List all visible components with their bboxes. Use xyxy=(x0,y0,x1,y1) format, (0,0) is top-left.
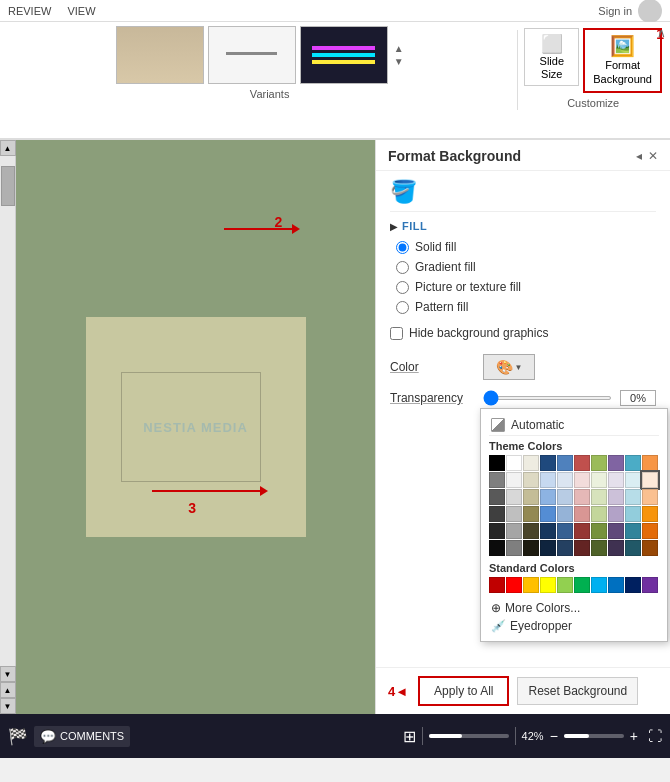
scroll-down-btn-left[interactable]: ▼ xyxy=(0,666,16,682)
theme-color-swatch[interactable] xyxy=(574,506,590,522)
taskbar-comments-button[interactable]: 💬 COMMENTS xyxy=(34,726,130,747)
theme-color-swatch[interactable] xyxy=(540,455,556,471)
standard-color-swatch[interactable] xyxy=(506,577,522,593)
panel-close-button[interactable]: ✕ xyxy=(648,149,658,163)
theme-color-swatch[interactable] xyxy=(642,523,658,539)
format-background-button[interactable]: 🖼️ Format Background 1 xyxy=(583,28,662,93)
theme-color-swatch[interactable] xyxy=(625,540,641,556)
automatic-color-row[interactable]: Automatic xyxy=(489,415,659,436)
more-colors-row[interactable]: ⊕ More Colors... xyxy=(489,599,659,617)
standard-color-swatch[interactable] xyxy=(574,577,590,593)
theme-color-swatch[interactable] xyxy=(540,506,556,522)
theme-color-swatch[interactable] xyxy=(540,472,556,488)
fit-screen-button[interactable]: ⛶ xyxy=(648,728,662,744)
theme-color-swatch[interactable] xyxy=(540,523,556,539)
theme-color-swatch[interactable] xyxy=(523,489,539,505)
standard-color-swatch[interactable] xyxy=(608,577,624,593)
theme-color-swatch[interactable] xyxy=(506,455,522,471)
review-tab[interactable]: REVIEW xyxy=(8,5,51,17)
zoom-in-button[interactable]: + xyxy=(630,728,638,744)
zoom-slider[interactable] xyxy=(564,734,624,738)
theme-color-swatch[interactable] xyxy=(489,472,505,488)
theme-color-swatch[interactable] xyxy=(608,455,624,471)
zoom-out-button[interactable]: − xyxy=(550,728,558,744)
theme-color-swatch[interactable] xyxy=(506,523,522,539)
theme-color-swatch[interactable] xyxy=(642,489,658,505)
standard-color-swatch[interactable] xyxy=(557,577,573,593)
eyedropper-row[interactable]: 💉 Eyedropper xyxy=(489,617,659,635)
standard-color-swatch[interactable] xyxy=(489,577,505,593)
theme-color-swatch[interactable] xyxy=(608,472,624,488)
theme-color-swatch[interactable] xyxy=(506,540,522,556)
theme-color-swatch[interactable] xyxy=(608,506,624,522)
theme-color-swatch[interactable] xyxy=(540,540,556,556)
theme-color-swatch[interactable] xyxy=(557,472,573,488)
apply-to-all-button[interactable]: Apply to All xyxy=(418,676,509,706)
theme-color-swatch[interactable] xyxy=(489,455,505,471)
theme-color-swatch[interactable] xyxy=(557,523,573,539)
theme-color-swatch[interactable] xyxy=(642,506,658,522)
theme-color-swatch[interactable] xyxy=(642,540,658,556)
theme-color-swatch[interactable] xyxy=(523,540,539,556)
theme-color-swatch[interactable] xyxy=(642,455,658,471)
thumb-2[interactable] xyxy=(208,26,296,84)
thumb-3[interactable] xyxy=(300,26,388,84)
theme-color-swatch[interactable] xyxy=(540,489,556,505)
theme-color-swatch[interactable] xyxy=(557,455,573,471)
theme-color-swatch[interactable] xyxy=(574,472,590,488)
scroll-down-btn2[interactable]: ▼ xyxy=(0,698,16,714)
theme-color-swatch[interactable] xyxy=(625,472,641,488)
slide-size-button[interactable]: ⬜ Slide Size xyxy=(524,28,579,86)
theme-color-swatch[interactable] xyxy=(523,523,539,539)
color-picker-button[interactable]: 🎨 ▼ xyxy=(483,354,535,380)
theme-color-swatch[interactable] xyxy=(557,506,573,522)
theme-color-swatch[interactable] xyxy=(591,540,607,556)
theme-color-swatch[interactable] xyxy=(591,455,607,471)
theme-color-swatch[interactable] xyxy=(506,489,522,505)
theme-color-swatch[interactable] xyxy=(489,506,505,522)
collapse-ribbon-button[interactable]: ∧ xyxy=(657,26,666,40)
taskbar-layout-icon[interactable]: ⊞ xyxy=(403,727,416,746)
picture-texture-fill-option[interactable]: Picture or texture fill xyxy=(396,280,656,294)
theme-color-swatch[interactable] xyxy=(642,472,658,488)
theme-color-swatch[interactable] xyxy=(625,455,641,471)
theme-color-swatch[interactable] xyxy=(608,523,624,539)
theme-color-swatch[interactable] xyxy=(574,523,590,539)
pattern-fill-option[interactable]: Pattern fill xyxy=(396,300,656,314)
theme-color-swatch[interactable] xyxy=(523,506,539,522)
theme-color-swatch[interactable] xyxy=(591,506,607,522)
theme-color-swatch[interactable] xyxy=(591,523,607,539)
thumb-1[interactable] xyxy=(116,26,204,84)
standard-color-swatch[interactable] xyxy=(540,577,556,593)
scroll-up-btn2[interactable]: ▲ xyxy=(0,682,16,698)
theme-color-swatch[interactable] xyxy=(506,472,522,488)
theme-color-swatch[interactable] xyxy=(591,489,607,505)
theme-color-swatch[interactable] xyxy=(591,472,607,488)
standard-color-swatch[interactable] xyxy=(591,577,607,593)
theme-color-swatch[interactable] xyxy=(557,489,573,505)
theme-color-swatch[interactable] xyxy=(608,540,624,556)
scroll-down-arrow[interactable]: ▲ ▼ xyxy=(394,43,404,67)
standard-color-swatch[interactable] xyxy=(523,577,539,593)
theme-color-swatch[interactable] xyxy=(523,472,539,488)
scroll-up-btn[interactable]: ▲ xyxy=(0,140,16,156)
theme-color-swatch[interactable] xyxy=(506,506,522,522)
view-tab[interactable]: VIEW xyxy=(67,5,95,17)
theme-color-swatch[interactable] xyxy=(574,489,590,505)
theme-color-swatch[interactable] xyxy=(489,523,505,539)
hide-bg-checkbox[interactable]: Hide background graphics xyxy=(390,326,656,340)
theme-color-swatch[interactable] xyxy=(489,489,505,505)
left-scrollbar[interactable]: ▲ ▼ ▲ ▼ xyxy=(0,140,16,714)
theme-color-swatch[interactable] xyxy=(608,489,624,505)
theme-color-swatch[interactable] xyxy=(625,523,641,539)
theme-color-swatch[interactable] xyxy=(523,455,539,471)
standard-color-swatch[interactable] xyxy=(625,577,641,593)
solid-fill-option[interactable]: Solid fill xyxy=(396,240,656,254)
reset-background-button[interactable]: Reset Background xyxy=(517,677,638,705)
theme-color-swatch[interactable] xyxy=(625,506,641,522)
theme-color-swatch[interactable] xyxy=(574,540,590,556)
standard-color-swatch[interactable] xyxy=(642,577,658,593)
theme-color-swatch[interactable] xyxy=(557,540,573,556)
theme-color-swatch[interactable] xyxy=(489,540,505,556)
panel-pin-button[interactable]: ◂ xyxy=(636,149,642,163)
